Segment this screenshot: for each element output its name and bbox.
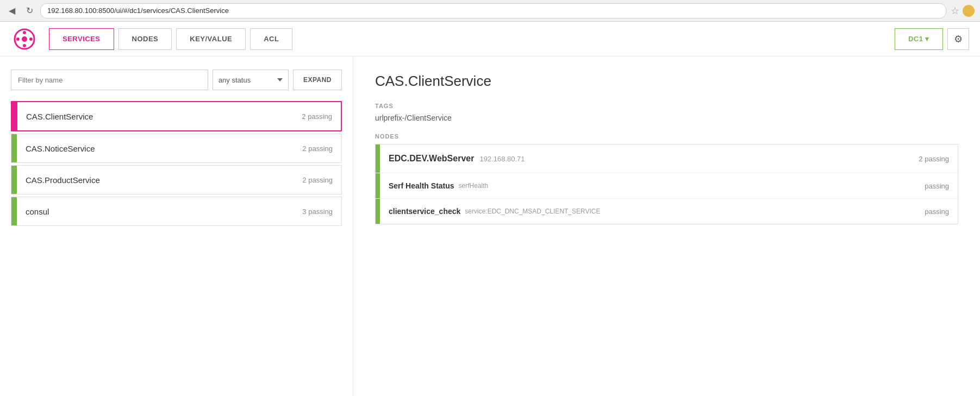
refresh-button[interactable]: ↻ <box>23 4 36 17</box>
service-item[interactable]: CAS.ClientService 2 passing <box>11 101 342 131</box>
service-name: CAS.NoticeService <box>17 136 302 161</box>
svg-point-4 <box>16 37 20 41</box>
app: SERVICES NODES KEY/VALUE ACL DC1 ▾ ⚙ any… <box>0 22 980 396</box>
tag-value: urlprefix-/ClientService <box>375 114 958 122</box>
left-panel: any status passing warning critical EXPA… <box>0 56 353 396</box>
bookmark-icon[interactable]: ☆ <box>951 5 959 17</box>
service-status-bar <box>11 197 17 225</box>
check-info: clientservice_check service:EDC_DNC_MSAD… <box>380 200 925 222</box>
service-passing-count: 2 passing <box>302 176 341 184</box>
node-name: EDC.DEV.WebServer <box>389 154 474 164</box>
nodes-nav-button[interactable]: NODES <box>118 28 172 50</box>
service-item[interactable]: CAS.ProductService 2 passing <box>11 165 342 194</box>
back-button[interactable]: ◀ <box>5 4 18 17</box>
check-row[interactable]: Serf Health Status serfHealth passing <box>376 173 958 198</box>
service-name: CAS.ProductService <box>17 168 302 192</box>
node-ip: 192.168.80.71 <box>479 155 525 163</box>
logo <box>11 26 38 53</box>
filter-name-input[interactable] <box>11 70 208 90</box>
keyvalue-nav-button[interactable]: KEY/VALUE <box>176 28 246 50</box>
url-bar[interactable]: 192.168.80.100:8500/ui/#/dc1/services/CA… <box>40 3 946 18</box>
profile-icon[interactable] <box>963 5 975 17</box>
tags-section: TAGS urlprefix-/ClientService <box>375 103 958 122</box>
settings-button[interactable]: ⚙ <box>947 28 969 50</box>
consul-logo-icon <box>14 28 35 50</box>
check-status-bar <box>376 199 380 224</box>
dc-selector-button[interactable]: DC1 ▾ <box>895 28 943 50</box>
service-item[interactable]: CAS.NoticeService 2 passing <box>11 134 342 163</box>
gear-icon: ⚙ <box>954 33 963 45</box>
top-nav: SERVICES NODES KEY/VALUE ACL DC1 ▾ ⚙ <box>0 22 980 56</box>
service-item[interactable]: consul 3 passing <box>11 197 342 226</box>
node-info: EDC.DEV.WebServer 192.168.80.71 <box>380 146 919 171</box>
check-name: Serf Health Status <box>389 181 454 190</box>
check-status-bar <box>376 173 380 198</box>
node-card: EDC.DEV.WebServer 192.168.80.71 2 passin… <box>375 144 958 224</box>
nodes-section-label: NODES <box>375 133 958 140</box>
tags-section-label: TAGS <box>375 103 958 109</box>
check-sub: serfHealth <box>459 182 489 190</box>
url-text: 192.168.80.100:8500/ui/#/dc1/services/CA… <box>47 7 229 15</box>
service-name: CAS.ClientService <box>17 104 302 129</box>
status-filter-select[interactable]: any status passing warning critical <box>213 70 289 90</box>
svg-point-5 <box>29 37 33 41</box>
browser-chrome: ◀ ↻ 192.168.80.100:8500/ui/#/dc1/service… <box>0 0 980 22</box>
service-status-bar <box>11 166 17 194</box>
nodes-section: NODES EDC.DEV.WebServer 192.168.80.71 2 … <box>375 133 958 224</box>
right-panel: CAS.ClientService TAGS urlprefix-/Client… <box>353 56 980 396</box>
node-status-bar <box>376 144 380 173</box>
expand-button[interactable]: EXPAND <box>293 70 342 90</box>
check-sub: service:EDC_DNC_MSAD_CLIENT_SERVICE <box>465 208 600 215</box>
service-passing-count: 2 passing <box>302 144 341 153</box>
service-passing-count: 2 passing <box>302 112 341 121</box>
svg-point-2 <box>23 31 26 34</box>
check-row[interactable]: clientservice_check service:EDC_DNC_MSAD… <box>376 198 958 224</box>
service-detail-title: CAS.ClientService <box>375 73 958 90</box>
check-passing-status: passing <box>925 182 958 190</box>
service-list: CAS.ClientService 2 passing CAS.NoticeSe… <box>11 101 342 226</box>
check-info: Serf Health Status serfHealth <box>380 175 925 197</box>
node-passing-count: 2 passing <box>919 155 958 163</box>
browser-actions: ☆ <box>951 5 975 17</box>
node-row[interactable]: EDC.DEV.WebServer 192.168.80.71 2 passin… <box>376 144 958 173</box>
service-status-bar <box>12 102 17 130</box>
acl-nav-button[interactable]: ACL <box>250 28 292 50</box>
content-area: any status passing warning critical EXPA… <box>0 56 980 396</box>
service-passing-count: 3 passing <box>302 208 341 216</box>
check-passing-status: passing <box>925 208 958 216</box>
service-status-bar <box>11 134 17 162</box>
filter-row: any status passing warning critical EXPA… <box>11 70 342 90</box>
service-name: consul <box>17 199 302 224</box>
services-nav-button[interactable]: SERVICES <box>49 28 114 50</box>
svg-point-1 <box>22 36 27 42</box>
svg-point-3 <box>23 44 26 47</box>
check-name: clientservice_check <box>389 207 460 216</box>
